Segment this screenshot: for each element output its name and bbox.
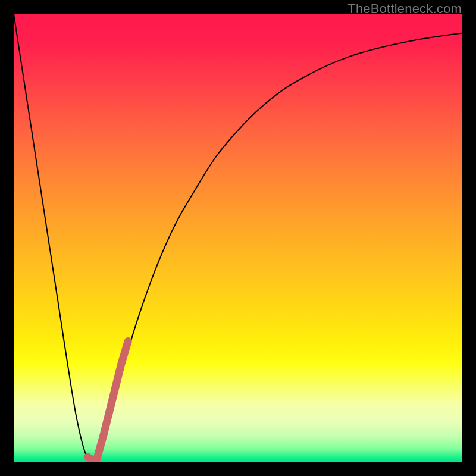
plot-area [14,14,462,462]
watermark-text: TheBottleneck.com [347,1,462,17]
chart-frame: TheBottleneck.com [0,0,476,476]
chart-svg [14,14,462,462]
curve-layer [14,14,462,462]
series-highlight-segment [87,341,128,459]
series-bottleneck-curve [14,14,462,462]
